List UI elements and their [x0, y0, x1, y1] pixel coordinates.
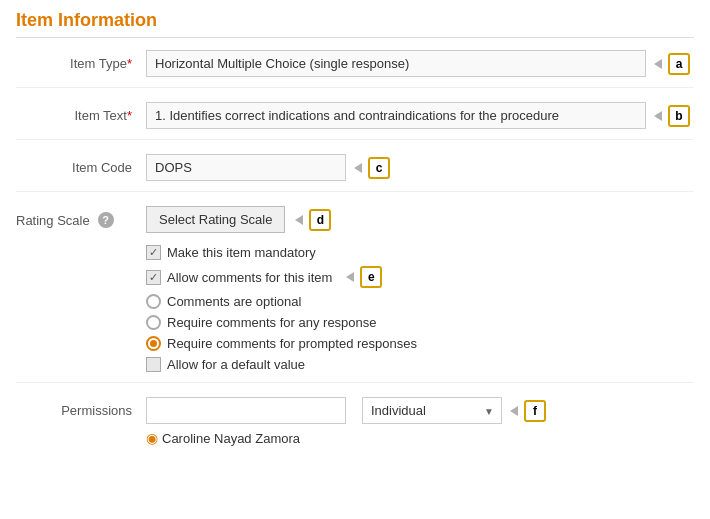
permissions-text-input[interactable]: [146, 397, 346, 424]
annotation-c: c: [368, 157, 390, 179]
item-type-value: Horizontal Multiple Choice (single respo…: [146, 50, 646, 77]
radio-optional-label: Comments are optional: [167, 294, 301, 309]
permissions-select-wrap: Individual Group All f: [362, 397, 546, 424]
checkbox-mandatory[interactable]: [146, 245, 161, 260]
checkbox-comments-row: Allow comments for this item e: [146, 266, 694, 288]
annotation-a: a: [668, 53, 690, 75]
checkbox-allow-comments-label: Allow comments for this item: [167, 270, 332, 285]
item-type-annotation-group: a: [654, 53, 690, 75]
comments-annotation-group: e: [346, 266, 382, 288]
annotation-b: b: [668, 105, 690, 127]
options-row: Make this item mandatory Allow comments …: [16, 237, 694, 383]
radio-prompted-label: Require comments for prompted responses: [167, 336, 417, 351]
permissions-row: Permissions Individual Group All f: [16, 397, 694, 424]
checkbox-default[interactable]: [146, 357, 161, 372]
checkbox-allow-comments[interactable]: [146, 270, 161, 285]
annotation-d: d: [309, 209, 331, 231]
radio-any-response-label: Require comments for any response: [167, 315, 377, 330]
checkbox-default-row: Allow for a default value: [146, 357, 694, 372]
rating-annotation-group: d: [295, 209, 331, 231]
rating-scale-area: Select Rating Scale d: [146, 206, 331, 233]
user-row: ◉ Caroline Nayad Zamora: [146, 430, 694, 446]
options-section: Make this item mandatory Allow comments …: [146, 245, 694, 372]
item-code-area: DOPS c: [146, 154, 694, 181]
item-text-value: 1. Identifies correct indications and co…: [146, 102, 646, 129]
radio-comments-optional[interactable]: [146, 294, 161, 309]
radio-prompted[interactable]: [146, 336, 161, 351]
radio-any-response[interactable]: [146, 315, 161, 330]
permissions-label: Permissions: [16, 397, 146, 418]
radio-prompted-row: Require comments for prompted responses: [146, 336, 694, 351]
item-text-area: 1. Identifies correct indications and co…: [146, 102, 694, 129]
item-type-row: Item Type* Horizontal Multiple Choice (s…: [16, 50, 694, 88]
help-icon[interactable]: ?: [98, 212, 114, 228]
item-text-annotation-group: b: [654, 105, 690, 127]
item-code-row: Item Code DOPS c: [16, 154, 694, 192]
rating-scale-label: Rating Scale ?: [16, 206, 146, 228]
item-text-row: Item Text* 1. Identifies correct indicat…: [16, 102, 694, 140]
item-type-label: Item Type*: [16, 50, 146, 71]
item-code-label: Item Code: [16, 154, 146, 175]
rating-scale-row: Rating Scale ? Select Rating Scale d: [16, 206, 694, 233]
permissions-controls: Individual Group All f: [146, 397, 546, 424]
item-text-label: Item Text*: [16, 102, 146, 123]
user-name: Caroline Nayad Zamora: [162, 431, 300, 446]
permissions-annotation-group: f: [510, 400, 546, 422]
permissions-area: Individual Group All f: [146, 397, 546, 424]
item-code-value: DOPS: [146, 154, 346, 181]
radio-any-response-row: Require comments for any response: [146, 315, 694, 330]
permissions-select[interactable]: Individual Group All: [362, 397, 502, 424]
permissions-select-wrapper: Individual Group All: [362, 397, 502, 424]
item-code-annotation-group: c: [354, 157, 390, 179]
checkbox-default-label: Allow for a default value: [167, 357, 305, 372]
annotation-f: f: [524, 400, 546, 422]
select-rating-scale-button[interactable]: Select Rating Scale: [146, 206, 285, 233]
checkbox-mandatory-row: Make this item mandatory: [146, 245, 694, 260]
radio-optional-row: Comments are optional: [146, 294, 694, 309]
item-type-area: Horizontal Multiple Choice (single respo…: [146, 50, 694, 77]
page-title: Item Information: [16, 10, 694, 38]
checkbox-mandatory-label: Make this item mandatory: [167, 245, 316, 260]
user-radio-icon: ◉: [146, 430, 158, 446]
annotation-e: e: [360, 266, 382, 288]
